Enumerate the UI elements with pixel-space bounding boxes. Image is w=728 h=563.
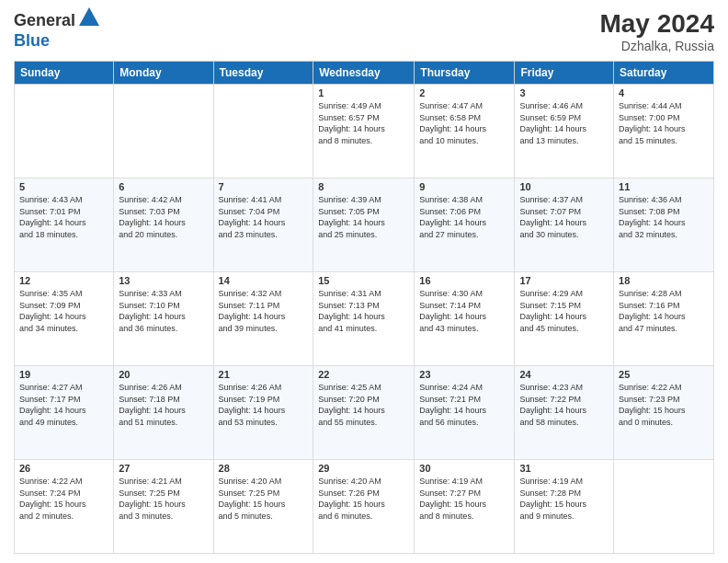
cell-3-1: 12Sunrise: 4:35 AM Sunset: 7:09 PM Dayli… bbox=[15, 272, 114, 366]
week-row-3: 12Sunrise: 4:35 AM Sunset: 7:09 PM Dayli… bbox=[15, 272, 714, 366]
day-info: Sunrise: 4:41 AM Sunset: 7:04 PM Dayligh… bbox=[219, 194, 309, 240]
logo-triangle-icon bbox=[79, 7, 99, 26]
day-info: Sunrise: 4:46 AM Sunset: 6:59 PM Dayligh… bbox=[519, 100, 609, 146]
day-info: Sunrise: 4:21 AM Sunset: 7:25 PM Dayligh… bbox=[119, 476, 208, 522]
cell-1-7: 4Sunrise: 4:44 AM Sunset: 7:00 PM Daylig… bbox=[614, 85, 714, 178]
day-info: Sunrise: 4:25 AM Sunset: 7:20 PM Dayligh… bbox=[318, 382, 409, 428]
col-thursday: Thursday bbox=[415, 62, 515, 85]
cell-2-7: 11Sunrise: 4:36 AM Sunset: 7:08 PM Dayli… bbox=[614, 178, 714, 272]
day-number: 29 bbox=[318, 463, 409, 474]
cell-4-7: 25Sunrise: 4:22 AM Sunset: 7:23 PM Dayli… bbox=[614, 366, 714, 460]
cell-4-6: 24Sunrise: 4:23 AM Sunset: 7:22 PM Dayli… bbox=[515, 366, 614, 460]
cell-1-2 bbox=[114, 85, 213, 178]
cell-5-5: 30Sunrise: 4:19 AM Sunset: 7:27 PM Dayli… bbox=[415, 460, 515, 554]
cell-3-2: 13Sunrise: 4:33 AM Sunset: 7:10 PM Dayli… bbox=[114, 272, 213, 366]
day-number: 2 bbox=[419, 87, 509, 98]
cell-4-2: 20Sunrise: 4:26 AM Sunset: 7:18 PM Dayli… bbox=[114, 366, 213, 460]
day-info: Sunrise: 4:26 AM Sunset: 7:19 PM Dayligh… bbox=[219, 382, 309, 428]
day-info: Sunrise: 4:44 AM Sunset: 7:00 PM Dayligh… bbox=[619, 100, 709, 146]
day-number: 28 bbox=[219, 463, 309, 474]
day-info: Sunrise: 4:19 AM Sunset: 7:27 PM Dayligh… bbox=[419, 476, 509, 522]
cell-5-7 bbox=[614, 460, 714, 554]
day-number: 16 bbox=[419, 275, 509, 286]
day-info: Sunrise: 4:38 AM Sunset: 7:06 PM Dayligh… bbox=[419, 194, 509, 240]
day-number: 19 bbox=[19, 369, 108, 380]
cell-1-4: 1Sunrise: 4:49 AM Sunset: 6:57 PM Daylig… bbox=[313, 85, 415, 178]
day-number: 9 bbox=[419, 181, 509, 192]
col-monday: Monday bbox=[114, 62, 213, 85]
day-number: 1 bbox=[318, 87, 409, 98]
day-number: 30 bbox=[419, 463, 509, 474]
col-tuesday: Tuesday bbox=[213, 62, 313, 85]
cell-4-4: 22Sunrise: 4:25 AM Sunset: 7:20 PM Dayli… bbox=[313, 366, 415, 460]
cell-3-7: 18Sunrise: 4:28 AM Sunset: 7:16 PM Dayli… bbox=[614, 272, 714, 366]
day-number: 14 bbox=[219, 275, 309, 286]
day-info: Sunrise: 4:20 AM Sunset: 7:26 PM Dayligh… bbox=[318, 476, 409, 522]
day-number: 20 bbox=[119, 369, 208, 380]
cell-3-3: 14Sunrise: 4:32 AM Sunset: 7:11 PM Dayli… bbox=[213, 272, 313, 366]
month-year: May 2024 bbox=[599, 9, 714, 39]
day-number: 21 bbox=[219, 369, 309, 380]
location: Dzhalka, Russia bbox=[599, 39, 714, 53]
week-row-2: 5Sunrise: 4:43 AM Sunset: 7:01 PM Daylig… bbox=[15, 178, 714, 272]
day-number: 24 bbox=[519, 369, 609, 380]
logo-general: General bbox=[14, 11, 75, 30]
day-info: Sunrise: 4:29 AM Sunset: 7:15 PM Dayligh… bbox=[519, 288, 609, 334]
header-row: Sunday Monday Tuesday Wednesday Thursday… bbox=[15, 62, 714, 85]
day-number: 26 bbox=[19, 463, 108, 474]
day-number: 18 bbox=[619, 275, 709, 286]
day-info: Sunrise: 4:47 AM Sunset: 6:58 PM Dayligh… bbox=[419, 100, 509, 146]
cell-1-1 bbox=[15, 85, 114, 178]
col-sunday: Sunday bbox=[15, 62, 114, 85]
day-info: Sunrise: 4:43 AM Sunset: 7:01 PM Dayligh… bbox=[19, 194, 108, 240]
day-number: 22 bbox=[318, 369, 409, 380]
cell-3-6: 17Sunrise: 4:29 AM Sunset: 7:15 PM Dayli… bbox=[515, 272, 614, 366]
day-number: 17 bbox=[519, 275, 609, 286]
day-number: 31 bbox=[519, 463, 609, 474]
calendar-table: Sunday Monday Tuesday Wednesday Thursday… bbox=[14, 61, 714, 554]
cell-5-2: 27Sunrise: 4:21 AM Sunset: 7:25 PM Dayli… bbox=[114, 460, 213, 554]
cell-5-3: 28Sunrise: 4:20 AM Sunset: 7:25 PM Dayli… bbox=[213, 460, 313, 554]
day-info: Sunrise: 4:27 AM Sunset: 7:17 PM Dayligh… bbox=[19, 382, 108, 428]
week-row-5: 26Sunrise: 4:22 AM Sunset: 7:24 PM Dayli… bbox=[15, 460, 714, 554]
day-info: Sunrise: 4:22 AM Sunset: 7:23 PM Dayligh… bbox=[619, 382, 709, 428]
day-number: 6 bbox=[119, 181, 208, 192]
day-info: Sunrise: 4:49 AM Sunset: 6:57 PM Dayligh… bbox=[318, 100, 409, 146]
day-number: 11 bbox=[619, 181, 709, 192]
day-info: Sunrise: 4:22 AM Sunset: 7:24 PM Dayligh… bbox=[19, 476, 108, 522]
cell-2-5: 9Sunrise: 4:38 AM Sunset: 7:06 PM Daylig… bbox=[415, 178, 515, 272]
cell-3-4: 15Sunrise: 4:31 AM Sunset: 7:13 PM Dayli… bbox=[313, 272, 415, 366]
week-row-1: 1Sunrise: 4:49 AM Sunset: 6:57 PM Daylig… bbox=[15, 85, 714, 178]
cell-1-3 bbox=[213, 85, 313, 178]
cell-5-1: 26Sunrise: 4:22 AM Sunset: 7:24 PM Dayli… bbox=[15, 460, 114, 554]
cell-2-4: 8Sunrise: 4:39 AM Sunset: 7:05 PM Daylig… bbox=[313, 178, 415, 272]
day-number: 23 bbox=[419, 369, 509, 380]
page: General Blue May 2024 Dzhalka, Russia Su… bbox=[0, 0, 728, 563]
logo: General bbox=[14, 9, 99, 31]
cell-2-2: 6Sunrise: 4:42 AM Sunset: 7:03 PM Daylig… bbox=[114, 178, 213, 272]
cell-4-1: 19Sunrise: 4:27 AM Sunset: 7:17 PM Dayli… bbox=[15, 366, 114, 460]
day-info: Sunrise: 4:42 AM Sunset: 7:03 PM Dayligh… bbox=[119, 194, 208, 240]
cell-2-3: 7Sunrise: 4:41 AM Sunset: 7:04 PM Daylig… bbox=[213, 178, 313, 272]
day-number: 12 bbox=[19, 275, 108, 286]
day-number: 8 bbox=[318, 181, 409, 192]
day-info: Sunrise: 4:31 AM Sunset: 7:13 PM Dayligh… bbox=[318, 288, 409, 334]
day-info: Sunrise: 4:28 AM Sunset: 7:16 PM Dayligh… bbox=[619, 288, 709, 334]
day-info: Sunrise: 4:37 AM Sunset: 7:07 PM Dayligh… bbox=[519, 194, 609, 240]
cell-3-5: 16Sunrise: 4:30 AM Sunset: 7:14 PM Dayli… bbox=[415, 272, 515, 366]
cell-5-4: 29Sunrise: 4:20 AM Sunset: 7:26 PM Dayli… bbox=[313, 460, 415, 554]
col-saturday: Saturday bbox=[614, 62, 714, 85]
day-info: Sunrise: 4:39 AM Sunset: 7:05 PM Dayligh… bbox=[318, 194, 409, 240]
title-area: May 2024 Dzhalka, Russia bbox=[599, 9, 714, 53]
day-info: Sunrise: 4:20 AM Sunset: 7:25 PM Dayligh… bbox=[219, 476, 309, 522]
col-friday: Friday bbox=[515, 62, 614, 85]
cell-4-3: 21Sunrise: 4:26 AM Sunset: 7:19 PM Dayli… bbox=[213, 366, 313, 460]
day-number: 7 bbox=[219, 181, 309, 192]
day-number: 4 bbox=[619, 87, 709, 98]
cell-4-5: 23Sunrise: 4:24 AM Sunset: 7:21 PM Dayli… bbox=[415, 366, 515, 460]
day-info: Sunrise: 4:24 AM Sunset: 7:21 PM Dayligh… bbox=[419, 382, 509, 428]
day-info: Sunrise: 4:23 AM Sunset: 7:22 PM Dayligh… bbox=[519, 382, 609, 428]
header: General Blue May 2024 Dzhalka, Russia bbox=[14, 9, 714, 53]
day-number: 3 bbox=[519, 87, 609, 98]
day-number: 15 bbox=[318, 275, 409, 286]
